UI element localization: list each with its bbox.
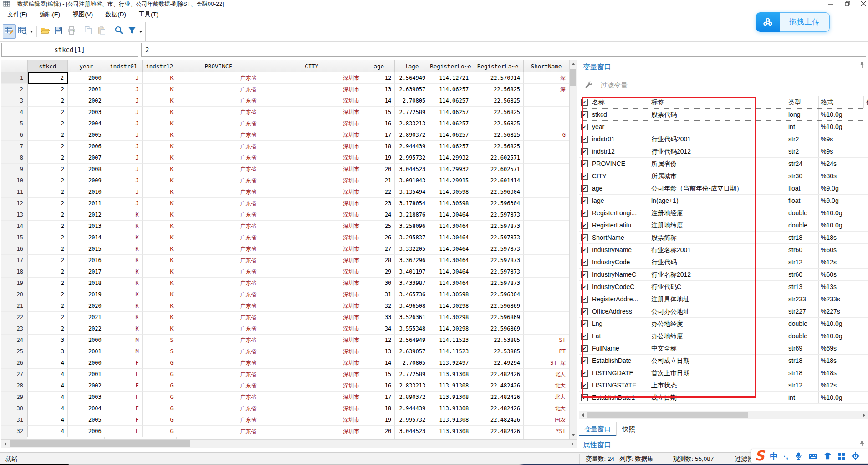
variables-column-header-label[interactable]: 标签: [649, 96, 786, 108]
variable-row[interactable]: ✔IndustryCode行业代码str12%12s: [579, 256, 868, 269]
row-number[interactable]: 22: [1, 312, 28, 323]
row-number[interactable]: 2: [1, 84, 28, 95]
data-cell[interactable]: 深圳市: [260, 152, 363, 164]
variables-column-header-type[interactable]: 类型: [786, 96, 818, 108]
data-cell[interactable]: F: [105, 403, 143, 414]
panel-scroll-thumb[interactable]: [587, 412, 748, 418]
data-cell[interactable]: 3.091043: [395, 175, 429, 186]
open-file-button[interactable]: [39, 24, 52, 39]
data-cell[interactable]: 广东省: [177, 118, 260, 129]
data-cell[interactable]: 广东省: [177, 357, 260, 369]
data-cell[interactable]: 2020: [68, 300, 105, 312]
variable-checkbox[interactable]: ✔: [579, 256, 590, 268]
data-cell[interactable]: 2.944439: [395, 141, 429, 152]
data-cell[interactable]: 深圳市: [260, 346, 363, 357]
data-cell[interactable]: 北大: [524, 380, 569, 392]
data-cell[interactable]: K: [143, 198, 177, 209]
data-cell[interactable]: 深圳市: [260, 141, 363, 152]
data-cell[interactable]: 31: [363, 289, 395, 300]
data-cell[interactable]: 2005: [68, 129, 105, 141]
cell-reference-box[interactable]: stkcd[1]: [1, 43, 138, 57]
data-cell[interactable]: 深圳市: [260, 221, 363, 232]
find-button[interactable]: [112, 24, 125, 39]
data-cell[interactable]: 深圳市: [260, 323, 363, 335]
data-cell[interactable]: [524, 232, 569, 243]
data-cell[interactable]: 22.570914: [472, 72, 524, 84]
data-cell[interactable]: K: [143, 323, 177, 335]
variable-checkbox[interactable]: ✔: [579, 330, 590, 342]
data-cell[interactable]: 114.30464: [429, 255, 472, 266]
variable-row[interactable]: ✔ShortName股票简称str18%18s: [579, 232, 868, 244]
vertical-scroll-thumb[interactable]: [570, 69, 576, 86]
row-number[interactable]: 26: [1, 357, 28, 369]
browse-data-dropdown-caret[interactable]: [30, 31, 33, 33]
data-cell[interactable]: 广东省: [177, 186, 260, 198]
column-header-RegisterLo~e[interactable]: RegisterLo~e: [429, 60, 472, 72]
data-cell[interactable]: 深圳市: [260, 164, 363, 175]
data-cell[interactable]: 114.06257: [429, 129, 472, 141]
data-cell[interactable]: 114.29915: [429, 175, 472, 186]
row-number[interactable]: 19: [1, 278, 28, 289]
data-cell[interactable]: 广东省: [177, 209, 260, 221]
data-cell[interactable]: 22.596304: [472, 289, 524, 300]
data-cell[interactable]: 20: [363, 164, 395, 175]
data-cell[interactable]: [524, 164, 569, 175]
data-cell[interactable]: K: [143, 72, 177, 84]
data-cell[interactable]: J: [105, 72, 143, 84]
data-cell[interactable]: 深圳市: [260, 107, 363, 118]
row-number[interactable]: 28: [1, 380, 28, 392]
data-cell[interactable]: 2010: [68, 186, 105, 198]
variable-row[interactable]: ✔RegisterLatitu...注册地纬度double%10.0g: [579, 219, 868, 232]
data-cell[interactable]: 广东省: [177, 426, 260, 437]
variable-row[interactable]: ✔lageln(age+1)float%9.0g: [579, 195, 868, 207]
data-cell[interactable]: [524, 118, 569, 129]
data-cell[interactable]: 广东省: [177, 323, 260, 335]
variable-row[interactable]: ✔LISTINGDATE首次上市日期str18%18s: [579, 367, 868, 379]
data-cell[interactable]: 2012: [68, 209, 105, 221]
data-cell[interactable]: 4: [28, 392, 68, 403]
data-cell[interactable]: 22.596869: [472, 323, 524, 335]
data-cell[interactable]: 2003: [68, 107, 105, 118]
data-cell[interactable]: J: [105, 141, 143, 152]
menu-item-0[interactable]: 文件(F): [7, 10, 27, 19]
data-cell[interactable]: 13: [363, 346, 395, 357]
data-cell[interactable]: 2021: [68, 312, 105, 323]
data-cell[interactable]: 广东省: [177, 84, 260, 95]
data-cell[interactable]: 32: [363, 300, 395, 312]
data-cell[interactable]: 3.178054: [395, 198, 429, 209]
data-cell[interactable]: 4: [28, 357, 68, 369]
variable-row[interactable]: ✔Lng办公地经度double%10.0g: [579, 318, 868, 330]
data-cell[interactable]: 114.30298: [429, 323, 472, 335]
data-cell[interactable]: 广东省: [177, 346, 260, 357]
data-cell[interactable]: 2009: [68, 175, 105, 186]
data-cell[interactable]: [524, 175, 569, 186]
data-cell[interactable]: 22.56825: [472, 141, 524, 152]
data-cell[interactable]: 114.30464: [429, 278, 472, 289]
data-cell[interactable]: ST: [524, 335, 569, 346]
data-cell[interactable]: 广东省: [177, 300, 260, 312]
data-cell[interactable]: K: [143, 289, 177, 300]
data-cell[interactable]: 114.30298: [429, 312, 472, 323]
data-cell[interactable]: 22.56825: [472, 118, 524, 129]
data-cell[interactable]: K: [143, 152, 177, 164]
row-number[interactable]: 1: [1, 72, 28, 84]
data-cell[interactable]: 17: [363, 129, 395, 141]
sogou-logo-icon[interactable]: S: [755, 449, 765, 464]
data-cell[interactable]: 18: [363, 403, 395, 414]
data-cell[interactable]: 4: [28, 426, 68, 437]
data-cell[interactable]: F: [105, 426, 143, 437]
data-cell[interactable]: 22.596304: [472, 198, 524, 209]
save-button[interactable]: [51, 24, 65, 39]
data-cell[interactable]: 广东省: [177, 107, 260, 118]
data-cell[interactable]: 广东省: [177, 95, 260, 107]
data-cell[interactable]: 广东省: [177, 175, 260, 186]
data-cell[interactable]: 3.044523: [395, 426, 429, 437]
data-cell[interactable]: 2000: [68, 357, 105, 369]
variable-checkbox[interactable]: ✔: [579, 392, 590, 403]
variable-checkbox[interactable]: ✔: [579, 170, 590, 182]
data-cell[interactable]: 113.91308: [429, 392, 472, 403]
variable-row[interactable]: ✔OfficeAddress公司办公地址str227%227s: [579, 305, 868, 318]
data-cell[interactable]: 4: [28, 369, 68, 380]
variables-column-header-format[interactable]: 格式: [818, 96, 864, 108]
data-cell[interactable]: 2: [28, 266, 68, 278]
